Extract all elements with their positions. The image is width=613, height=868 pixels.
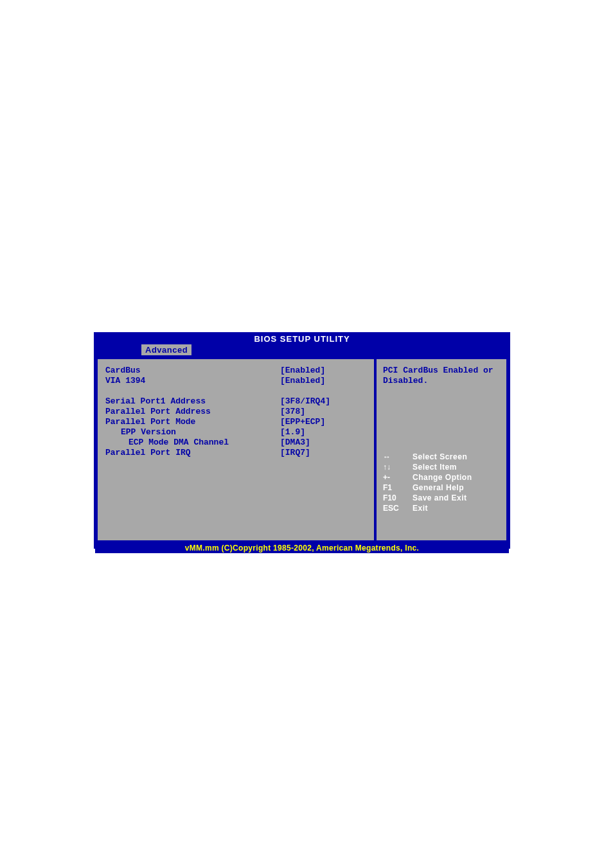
setting-row[interactable]: Parallel Port IRQ [IRQ7] bbox=[105, 448, 366, 458]
settings-panel: CardBus [Enabled] VIA 1394 [Enabled] Ser… bbox=[98, 359, 374, 540]
nav-key-esc: ESC bbox=[383, 503, 413, 513]
setting-value[interactable]: [Enabled] bbox=[280, 366, 366, 376]
setting-label: Parallel Port Mode bbox=[105, 417, 280, 427]
setting-label: Parallel Port Address bbox=[105, 407, 280, 417]
window-title: BIOS SETUP UTILITY bbox=[95, 333, 509, 344]
nav-key-arrows-ud-icon: ↑↓ bbox=[383, 462, 413, 472]
setting-value[interactable]: [1.9] bbox=[280, 427, 366, 438]
nav-action: Change Option bbox=[413, 472, 500, 483]
nav-key-plusminus: +- bbox=[383, 472, 413, 483]
setting-label: Parallel Port IRQ bbox=[105, 448, 280, 458]
nav-action: Save and Exit bbox=[413, 493, 500, 503]
setting-row[interactable]: Serial Port1 Address [3F8/IRQ4] bbox=[105, 396, 366, 407]
setting-value[interactable]: [Enabled] bbox=[280, 376, 366, 386]
setting-label: VIA 1394 bbox=[105, 376, 280, 386]
copyright-footer: vMM.mm (C)Copyright 1985-2002, American … bbox=[95, 543, 509, 553]
nav-row: F1 General Help bbox=[383, 483, 500, 493]
setting-row[interactable]: EPP Version [1.9] bbox=[105, 427, 366, 438]
bios-setup-window: BIOS SETUP UTILITY Advanced CardBus [Ena… bbox=[94, 332, 510, 549]
setting-label: CardBus bbox=[105, 366, 280, 376]
help-panel: PCI CardBus Enabled or Disabled. ↔ Selec… bbox=[377, 359, 506, 540]
setting-label: Serial Port1 Address bbox=[105, 396, 280, 407]
setting-row[interactable]: Parallel Port Mode [EPP+ECP] bbox=[105, 417, 366, 427]
setting-value[interactable]: [DMA3] bbox=[280, 438, 366, 448]
nav-action: Exit bbox=[413, 503, 500, 513]
help-text-line: PCI CardBus Enabled or bbox=[383, 366, 500, 376]
setting-row[interactable]: VIA 1394 [Enabled] bbox=[105, 376, 366, 386]
nav-key-f10: F10 bbox=[383, 493, 413, 503]
nav-action: Select Screen bbox=[413, 452, 500, 462]
nav-row: ↑↓ Select Item bbox=[383, 462, 500, 472]
setting-row[interactable]: ECP Mode DMA Channel [DMA3] bbox=[105, 438, 366, 448]
setting-value[interactable]: [IRQ7] bbox=[280, 448, 366, 458]
setting-label: EPP Version bbox=[105, 427, 280, 438]
setting-value[interactable]: [EPP+ECP] bbox=[280, 417, 366, 427]
nav-help-section: ↔ Select Screen ↑↓ Select Item +- Change… bbox=[383, 452, 500, 513]
nav-row: ↔ Select Screen bbox=[383, 452, 500, 462]
menu-bar: Advanced bbox=[95, 344, 509, 357]
nav-action: General Help bbox=[413, 483, 500, 493]
setting-value[interactable]: [378] bbox=[280, 407, 366, 417]
help-text-line: Disabled. bbox=[383, 376, 500, 386]
nav-row: F10 Save and Exit bbox=[383, 493, 500, 503]
nav-row: ESC Exit bbox=[383, 503, 500, 513]
setting-label: ECP Mode DMA Channel bbox=[105, 438, 280, 448]
nav-action: Select Item bbox=[413, 462, 500, 472]
nav-key-f1: F1 bbox=[383, 483, 413, 493]
setting-row[interactable]: Parallel Port Address [378] bbox=[105, 407, 366, 417]
nav-row: +- Change Option bbox=[383, 472, 500, 483]
content-area: CardBus [Enabled] VIA 1394 [Enabled] Ser… bbox=[95, 357, 509, 543]
setting-row[interactable]: CardBus [Enabled] bbox=[105, 366, 366, 376]
tab-advanced[interactable]: Advanced bbox=[141, 344, 191, 355]
setting-value[interactable]: [3F8/IRQ4] bbox=[280, 396, 366, 407]
nav-key-arrows-lr-icon: ↔ bbox=[383, 452, 413, 462]
